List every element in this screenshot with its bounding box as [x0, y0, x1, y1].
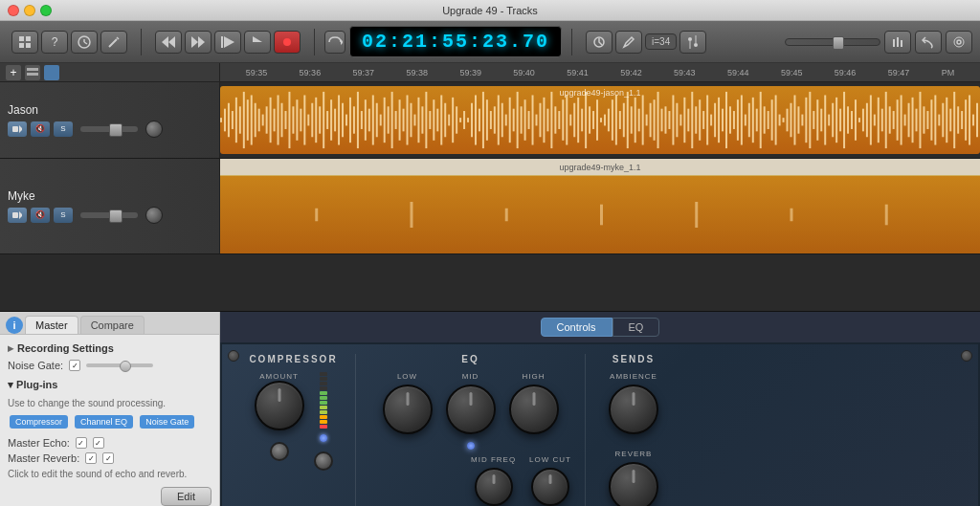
mixer-button[interactable]: [884, 31, 911, 54]
svg-rect-167: [733, 111, 735, 129]
edit-button[interactable]: Edit: [161, 487, 212, 506]
svg-rect-64: [342, 103, 344, 138]
svg-rect-207: [885, 92, 887, 148]
rewind-button[interactable]: [155, 31, 182, 54]
svg-rect-84: [417, 98, 419, 143]
close-button[interactable]: [8, 5, 19, 16]
tab-master[interactable]: Master: [25, 316, 78, 334]
svg-rect-98: [471, 103, 473, 138]
info-button[interactable]: i: [6, 317, 23, 334]
svg-rect-190: [820, 109, 822, 132]
track-solo-myke[interactable]: S: [54, 208, 73, 223]
track-mute-jason[interactable]: 🔇: [31, 121, 50, 137]
play-button[interactable]: [244, 31, 271, 54]
smartcontrols-button[interactable]: [679, 31, 706, 54]
svg-rect-71: [368, 109, 370, 132]
audio-clip-jason[interactable]: upgrade49-jason_1.1: [220, 86, 980, 154]
fast-forward-button[interactable]: [185, 31, 212, 54]
track-volume-jason[interactable]: [145, 121, 163, 138]
eq-high-knob[interactable]: [509, 385, 559, 434]
noise-gate-checkbox[interactable]: [69, 360, 80, 371]
track-record-jason[interactable]: [8, 121, 27, 137]
svg-rect-234: [315, 209, 318, 222]
toolbar-btn-grid[interactable]: [11, 31, 38, 54]
goto-start-button[interactable]: [214, 31, 241, 54]
minimize-button[interactable]: [24, 5, 35, 16]
plugin-tag-noise-gate[interactable]: Noise Gate: [140, 415, 194, 429]
svg-rect-216: [919, 92, 921, 148]
sends-ambience-knob[interactable]: [609, 385, 658, 434]
plugin-tag-channel-eq[interactable]: Channel EQ: [75, 415, 133, 429]
svg-rect-118: [546, 109, 548, 132]
track-volume-myke[interactable]: [145, 207, 163, 224]
track-name-myke: Myke: [8, 189, 212, 203]
add-track-button[interactable]: +: [6, 65, 21, 80]
sends-reverb-knob[interactable]: [609, 462, 658, 506]
tab-compare[interactable]: Compare: [80, 316, 145, 334]
eq-low-knob[interactable]: [383, 385, 433, 434]
transport-group: [151, 31, 304, 54]
track-controls-myke: 🔇 S: [8, 207, 212, 224]
cycle-button[interactable]: [324, 31, 345, 54]
myke-clip-body[interactable]: [220, 176, 980, 253]
echo-reverb-section: Master Echo: Master Reverb:: [8, 437, 212, 464]
plugins-description: Use to change the sound processing.: [8, 397, 212, 410]
master-reverb-checkbox2[interactable]: [102, 452, 114, 464]
svg-rect-87: [429, 111, 431, 129]
svg-rect-2: [19, 43, 24, 48]
master-echo-checkbox[interactable]: [76, 437, 87, 449]
track-content-myke[interactable]: upgrade49-myke_1.1: [220, 159, 980, 253]
svg-rect-83: [413, 115, 415, 126]
plugin-tab-controls[interactable]: Controls: [541, 318, 612, 337]
toolbar-btn-help[interactable]: ?: [41, 31, 68, 54]
settings-button[interactable]: [946, 31, 972, 54]
eq-midfreq-knob[interactable]: [475, 468, 513, 506]
track-fader-myke[interactable]: [80, 212, 138, 218]
svg-rect-136: [615, 95, 617, 144]
maximize-button[interactable]: [40, 5, 52, 16]
record-button[interactable]: [274, 31, 301, 54]
window-buttons[interactable]: [8, 5, 52, 16]
tracks-view-toggle[interactable]: [25, 65, 40, 80]
svg-rect-24: [897, 37, 899, 47]
svg-rect-30: [12, 126, 18, 132]
svg-rect-141: [635, 98, 636, 143]
plugin-tags-group: Compressor Channel EQ Noise Gate: [8, 414, 212, 429]
svg-rect-40: [251, 95, 253, 144]
track-solo-jason[interactable]: S: [54, 121, 73, 137]
toolbar-btn-clock[interactable]: [71, 31, 98, 54]
svg-rect-203: [870, 95, 872, 144]
master-echo-checkbox2[interactable]: [93, 437, 104, 449]
edit-button[interactable]: [615, 31, 642, 54]
track-content-jason[interactable]: upgrade49-jason_1.1: [220, 82, 980, 158]
svg-rect-179: [779, 115, 781, 126]
plugins-header[interactable]: ▾ Plug-ins: [8, 379, 212, 391]
toolbar-btn-wand[interactable]: [100, 31, 127, 54]
svg-rect-68: [357, 92, 359, 148]
bottom-panel: i Master Compare ▶ Recording Settings No…: [0, 312, 980, 506]
svg-rect-133: [604, 115, 606, 126]
undo-button[interactable]: [915, 31, 942, 54]
eq-mid-knob[interactable]: [446, 385, 496, 434]
svg-rect-219: [930, 99, 932, 141]
svg-rect-143: [642, 95, 644, 144]
tracks-option-btn[interactable]: [44, 65, 59, 80]
svg-rect-86: [425, 92, 427, 148]
svg-rect-112: [524, 99, 526, 141]
noise-gate-slider[interactable]: [86, 363, 153, 367]
svg-rect-155: [687, 109, 689, 132]
track-fader-jason[interactable]: [80, 126, 138, 132]
ruler-mark-7: 59:41: [567, 68, 589, 77]
recording-settings-header[interactable]: ▶ Recording Settings: [8, 342, 212, 354]
compressor-title: COMPRESSOR: [249, 354, 337, 364]
plugin-tab-eq[interactable]: EQ: [612, 318, 660, 337]
track-mute-myke[interactable]: 🔇: [31, 208, 50, 223]
track-record-myke[interactable]: [8, 208, 27, 223]
eq-lowcut-knob[interactable]: [531, 468, 569, 506]
svg-rect-122: [562, 99, 564, 141]
svg-rect-129: [589, 106, 590, 133]
master-reverb-checkbox[interactable]: [85, 452, 97, 464]
sync-button[interactable]: [586, 31, 612, 54]
plugin-tag-compressor[interactable]: Compressor: [10, 415, 68, 429]
compressor-amount-knob[interactable]: [255, 381, 304, 430]
